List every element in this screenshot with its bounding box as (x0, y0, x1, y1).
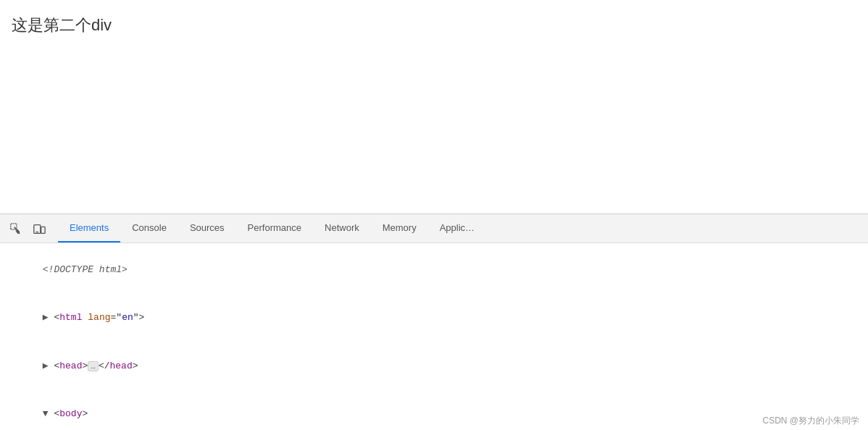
tab-memory[interactable]: Memory (371, 214, 428, 243)
devtools-toolbar: Elements Console Sources Performance Net… (0, 214, 868, 243)
body-collapse-arrow[interactable]: ▼ (43, 408, 54, 419)
tabs-container: Elements Console Sources Performance Net… (58, 214, 486, 243)
footer-watermark: CSDN @努力的小朱同学 (762, 415, 859, 427)
element-picker-icon[interactable] (6, 219, 26, 239)
tab-network[interactable]: Network (313, 214, 371, 243)
html-open-line: ▶ <html lang="en"> (0, 294, 868, 342)
tab-console[interactable]: Console (120, 214, 178, 243)
svg-rect-2 (41, 227, 45, 233)
devtools-panel: Elements Console Sources Performance Net… (0, 214, 868, 430)
tab-elements[interactable]: Elements (58, 214, 120, 243)
page-visible-text: 这是第二个div (12, 16, 112, 34)
doctype-line: <!DOCTYPE html> (0, 246, 868, 294)
tab-sources[interactable]: Sources (178, 214, 236, 243)
page-content: 这是第二个div (0, 0, 868, 214)
html-collapse-arrow[interactable]: ▶ (43, 312, 54, 323)
body-open-line: ▼ <body> (0, 390, 868, 430)
tab-performance[interactable]: Performance (236, 214, 313, 243)
tab-application[interactable]: Applic… (428, 214, 486, 243)
head-expand-arrow[interactable]: ▶ (43, 361, 54, 371)
elements-panel: <!DOCTYPE html> ▶ <html lang="en"> ▶ <he… (0, 243, 868, 430)
head-line: ▶ <head>…</head> (0, 342, 868, 390)
device-toggle-icon[interactable] (29, 219, 49, 239)
